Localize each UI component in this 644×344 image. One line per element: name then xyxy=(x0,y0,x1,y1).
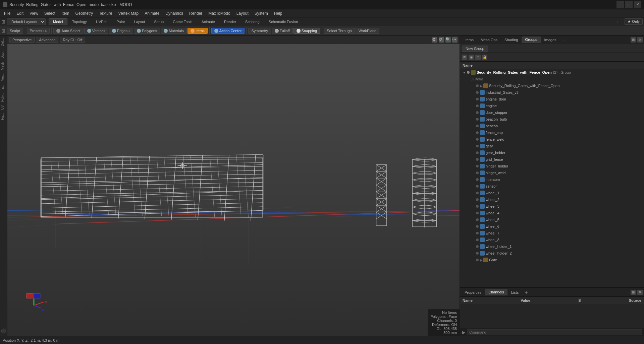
groups-list[interactable]: ▼ Security_Rolling_Gates_with_Fence_Open… xyxy=(460,69,644,287)
tab-paint[interactable]: Paint xyxy=(112,18,129,25)
bottom-circle-btn[interactable] xyxy=(1,329,6,333)
tab-model[interactable]: Model xyxy=(49,18,67,25)
list-item-11[interactable]: grid_fence xyxy=(460,156,644,163)
polygons-button[interactable]: Polygons xyxy=(134,28,160,34)
list-item-3[interactable]: engine xyxy=(460,102,644,109)
list-item-17[interactable]: wheel_2 xyxy=(460,196,644,203)
menu-render[interactable]: Render xyxy=(186,10,205,16)
menu-help[interactable]: Help xyxy=(271,10,285,16)
list-item-9[interactable]: gear xyxy=(460,143,644,149)
list-item-21[interactable]: wheel_6 xyxy=(460,223,644,230)
panel-expand-icon[interactable]: ⊞ xyxy=(631,37,636,43)
list-item-2[interactable]: engine_door xyxy=(460,96,644,102)
panel-tab-items[interactable]: Items xyxy=(461,37,477,43)
tab-uvedit[interactable]: UVEdit xyxy=(92,18,112,25)
panel-tab-images[interactable]: Images xyxy=(541,37,560,43)
list-item-13[interactable]: hinger_weld xyxy=(460,169,644,176)
menu-geometry[interactable]: Geometry xyxy=(73,10,96,16)
group-lock-icon[interactable]: 🔒 xyxy=(482,55,487,60)
tab-topology[interactable]: Topology xyxy=(68,18,91,25)
tab-scripting[interactable]: Scripting xyxy=(241,18,264,25)
panel-tab-mesh-ops[interactable]: Mesh Ops xyxy=(477,37,501,43)
close-button[interactable]: ✕ xyxy=(634,1,641,8)
viewport-settings-icon[interactable]: ⚙ xyxy=(432,37,437,43)
sidebar-label-fu[interactable]: Fu... xyxy=(0,112,7,121)
auto-select-button[interactable]: Auto Select xyxy=(53,28,83,34)
menu-file[interactable]: File xyxy=(1,10,13,16)
minimize-button[interactable]: ─ xyxy=(616,1,624,8)
viewport-refresh-icon[interactable]: ↺ xyxy=(439,37,444,43)
menu-maxtomode[interactable]: MaxToModo xyxy=(206,10,233,16)
sidebar-label-uv[interactable]: UV xyxy=(0,104,7,111)
tab-animate[interactable]: Animate xyxy=(197,18,219,25)
list-item-16[interactable]: wheel_1 xyxy=(460,190,644,196)
list-item-12[interactable]: hinger_holder xyxy=(460,163,644,169)
menu-edit[interactable]: Edit xyxy=(14,10,26,16)
props-tab-channels[interactable]: Channels xyxy=(485,289,507,295)
sidebar-label-dup[interactable]: Dup... xyxy=(0,48,7,60)
tab-plus[interactable]: + xyxy=(612,18,623,25)
tab-schematic-fusion[interactable]: Schematic Fusion xyxy=(264,18,302,25)
menu-dynamics[interactable]: Dynamics xyxy=(163,10,186,16)
menu-vertex-map[interactable]: Vertex Map xyxy=(116,10,142,16)
ray-gl-button[interactable]: Ray GL: Off xyxy=(60,37,85,43)
list-item-25[interactable]: wheel_holder_2 xyxy=(460,250,644,257)
sidebar-label-e[interactable]: E... xyxy=(0,83,7,91)
panel-tab-groups[interactable]: Groups xyxy=(522,37,540,43)
sculpt-button[interactable]: Sculpt xyxy=(7,28,23,34)
list-item-0[interactable]: ▶ Security_Rolling_Gates_with_Fence_Open xyxy=(460,82,644,89)
list-item-15[interactable]: sensor xyxy=(460,183,644,190)
menu-item[interactable]: Item xyxy=(59,10,72,16)
viewport-canvas[interactable]: X Y Z No Items Polygons : Face Channels:… xyxy=(7,44,460,336)
list-item-22[interactable]: wheel_7 xyxy=(460,230,644,236)
list-item-8[interactable]: fence_weld xyxy=(460,136,644,143)
presets-button[interactable]: Presets F6 xyxy=(27,28,50,34)
menu-system[interactable]: System xyxy=(252,10,271,16)
panel-tab-plus[interactable]: + xyxy=(561,37,568,43)
tab-setup[interactable]: Setup xyxy=(150,18,168,25)
sidebar-label-ver[interactable]: Ver... xyxy=(0,72,7,82)
viewport-more-icon[interactable]: ⋯ xyxy=(452,37,458,43)
menu-animate[interactable]: Animate xyxy=(142,10,162,16)
menu-layout[interactable]: Layout xyxy=(234,10,251,16)
layout-selector[interactable]: Default Layouts xyxy=(7,18,46,25)
list-item-26[interactable]: ▶ Gate xyxy=(460,257,644,263)
list-item-10[interactable]: gear_holder xyxy=(460,149,644,156)
new-group-button[interactable]: New Group xyxy=(462,46,488,52)
workplane-button[interactable]: WorkPlane xyxy=(356,28,380,34)
command-arrow[interactable]: ▶ xyxy=(462,330,466,335)
tab-render[interactable]: Render xyxy=(220,18,240,25)
action-center-button[interactable]: Action Center xyxy=(211,28,245,34)
perspective-button[interactable]: Perspective xyxy=(9,37,35,43)
sidebar-label-mesh[interactable]: Mesh xyxy=(0,61,7,71)
menu-view[interactable]: View xyxy=(27,10,41,16)
list-item-18[interactable]: wheel_3 xyxy=(460,203,644,210)
list-item-24[interactable]: wheel_holder_1 xyxy=(460,243,644,250)
menu-select[interactable]: Select xyxy=(42,10,58,16)
props-tab-lists[interactable]: Lists xyxy=(508,289,522,295)
props-close-icon[interactable]: ✕ xyxy=(637,290,643,295)
panel-tab-shading[interactable]: Shading xyxy=(501,37,521,43)
sidebar-label-def[interactable]: Def... xyxy=(0,37,7,48)
group-square-icon[interactable]: □ xyxy=(475,55,481,60)
menu-texture[interactable]: Texture xyxy=(96,10,115,16)
panel-shrink-icon[interactable]: ✕ xyxy=(637,37,643,43)
materials-button[interactable]: Materials xyxy=(161,28,187,34)
command-input[interactable] xyxy=(467,329,642,335)
props-tab-properties[interactable]: Properties xyxy=(461,289,485,295)
list-item-5[interactable]: beacon_bulb xyxy=(460,116,644,123)
symmetry-button[interactable]: Symmetry xyxy=(248,28,271,34)
list-item-14[interactable]: intercom xyxy=(460,176,644,183)
list-item-4[interactable]: door_stopper xyxy=(460,109,644,116)
viewport-search-icon[interactable]: 🔍 xyxy=(445,37,451,43)
vertices-button[interactable]: Vertices xyxy=(84,28,108,34)
falloff-button[interactable]: Falloff xyxy=(272,28,293,34)
select-through-button[interactable]: Select Through xyxy=(324,28,355,34)
list-item-23[interactable]: wheel_8 xyxy=(460,236,644,243)
tab-layout[interactable]: Layout xyxy=(129,18,149,25)
viewport[interactable]: Perspective Advanced Ray GL: Off ⚙ ↺ 🔍 ⋯ xyxy=(7,36,460,336)
list-item-6[interactable]: beacon xyxy=(460,123,644,129)
list-item-1[interactable]: Industrial_Gates_v3 xyxy=(460,89,644,96)
sidebar-label-poly[interactable]: Poly... xyxy=(0,91,7,103)
maximize-button[interactable]: □ xyxy=(625,1,633,8)
